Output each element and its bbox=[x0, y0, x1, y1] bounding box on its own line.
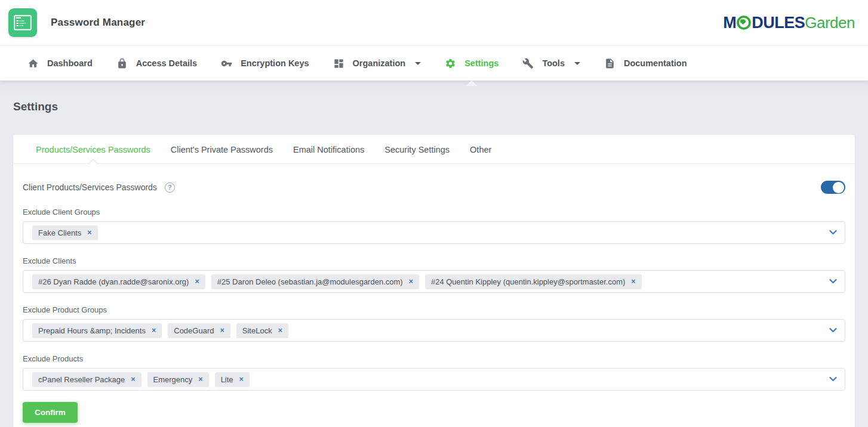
remove-tag-icon[interactable]: × bbox=[278, 327, 282, 335]
tag-label: #26 Dyan Radde (dyan.radde@saronix.org) bbox=[38, 277, 189, 286]
remove-tag-icon[interactable]: × bbox=[220, 327, 224, 335]
nav-item-organization[interactable]: Organization bbox=[321, 46, 433, 81]
password-manager-logo-icon bbox=[8, 8, 37, 37]
nav-label: Dashboard bbox=[47, 58, 93, 68]
nav-label: Encryption Keys bbox=[241, 58, 309, 68]
chevron-down-icon bbox=[829, 328, 837, 333]
exclude-product-groups-group: Exclude Product Groups Prepaid Hours &am… bbox=[23, 305, 845, 342]
brand-text-garden: Garden bbox=[805, 15, 855, 30]
nav-label: Documentation bbox=[624, 58, 687, 68]
tag-item: #25 Daron Deleo (sebastian.ja@modulesgar… bbox=[211, 274, 419, 289]
tab-clients-private-passwords[interactable]: Client's Private Passwords bbox=[161, 135, 283, 163]
remove-tag-icon[interactable]: × bbox=[239, 376, 244, 383]
nav-label: Settings bbox=[464, 58, 498, 68]
remove-tag-icon[interactable]: × bbox=[195, 278, 199, 286]
gear-icon bbox=[445, 58, 456, 69]
nav-item-documentation[interactable]: Documentation bbox=[592, 46, 699, 81]
field-label: Exclude Products bbox=[23, 354, 845, 363]
remove-tag-icon[interactable]: × bbox=[409, 278, 413, 286]
exclude-clients-select[interactable]: #26 Dyan Radde (dyan.radde@saronix.org) … bbox=[23, 270, 845, 293]
nav-label: Tools bbox=[542, 58, 565, 68]
nav-label: Access Details bbox=[136, 58, 197, 68]
tab-label: Security Settings bbox=[384, 145, 450, 154]
exclude-products-select[interactable]: cPanel Reseller Package × Emergency × Li… bbox=[23, 368, 845, 391]
home-icon bbox=[27, 58, 39, 69]
field-label: Exclude Client Groups bbox=[23, 208, 845, 216]
field-label: Exclude Clients bbox=[23, 256, 845, 265]
tag-item: #26 Dyan Radde (dyan.radde@saronix.org) … bbox=[32, 274, 205, 289]
modulesgarden-logo: M DULES Garden bbox=[723, 15, 855, 31]
dashboard-squares-icon bbox=[333, 58, 344, 69]
app-title: Password Manager bbox=[51, 17, 145, 29]
remove-tag-icon[interactable]: × bbox=[131, 376, 135, 383]
tab-label: Other bbox=[470, 145, 491, 154]
tag-label: Fake Clients bbox=[38, 228, 81, 237]
tag-item: Fake Clients × bbox=[32, 225, 98, 240]
content-area: Settings Products/Services Passwords Cli… bbox=[0, 81, 868, 427]
remove-tag-icon[interactable]: × bbox=[152, 327, 156, 335]
tag-item: #24 Quentin Kippley (quentin.kippley@spo… bbox=[425, 274, 642, 289]
brand-text-dules: DULES bbox=[752, 15, 805, 31]
tab-email-notifications[interactable]: Email Notifications bbox=[283, 135, 374, 163]
key-icon bbox=[221, 58, 232, 69]
brand-text-m: M bbox=[723, 15, 736, 31]
help-icon[interactable]: ? bbox=[165, 182, 175, 193]
app-header: Password Manager M DULES Garden bbox=[0, 0, 868, 46]
tag-label: #24 Quentin Kippley (quentin.kippley@spo… bbox=[431, 277, 625, 286]
wrench-icon bbox=[522, 58, 534, 69]
confirm-button[interactable]: Confirm bbox=[23, 402, 78, 423]
chevron-down-icon bbox=[415, 62, 421, 65]
chevron-down-icon bbox=[829, 279, 837, 284]
tag-item: SiteLock × bbox=[236, 323, 288, 338]
settings-card: Products/Services Passwords Client's Pri… bbox=[13, 135, 855, 427]
client-passwords-toggle-row: Client Products/Services Passwords ? bbox=[23, 176, 845, 195]
exclude-client-groups-group: Exclude Client Groups Fake Clients × bbox=[23, 208, 845, 244]
settings-form: Client Products/Services Passwords ? Exc… bbox=[13, 164, 855, 427]
remove-tag-icon[interactable]: × bbox=[87, 229, 91, 237]
page-title: Settings bbox=[13, 100, 855, 113]
lock-icon bbox=[116, 58, 128, 69]
nav-item-access-details[interactable]: Access Details bbox=[104, 46, 209, 81]
remove-tag-icon[interactable]: × bbox=[631, 278, 635, 286]
tag-item: Prepaid Hours &amp; Incidents × bbox=[32, 323, 162, 338]
chevron-down-icon bbox=[574, 62, 580, 65]
settings-tabs: Products/Services Passwords Client's Pri… bbox=[13, 135, 855, 164]
chevron-down-icon bbox=[829, 377, 837, 382]
exclude-product-groups-select[interactable]: Prepaid Hours &amp; Incidents × CodeGuar… bbox=[23, 319, 845, 342]
exclude-products-group: Exclude Products cPanel Reseller Package… bbox=[23, 354, 845, 391]
tab-label: Client's Private Passwords bbox=[171, 145, 273, 154]
field-label: Exclude Product Groups bbox=[23, 305, 845, 314]
nav-item-tools[interactable]: Tools bbox=[510, 46, 592, 81]
tag-label: Prepaid Hours &amp; Incidents bbox=[38, 326, 146, 335]
exclude-clients-group: Exclude Clients #26 Dyan Radde (dyan.rad… bbox=[23, 256, 845, 293]
remove-tag-icon[interactable]: × bbox=[198, 376, 202, 383]
exclude-client-groups-select[interactable]: Fake Clients × bbox=[23, 221, 845, 244]
chevron-down-icon bbox=[829, 230, 837, 236]
tag-label: SiteLock bbox=[242, 326, 272, 335]
document-icon bbox=[604, 58, 615, 69]
tag-label: #25 Daron Deleo (sebastian.ja@modulesgar… bbox=[217, 277, 403, 286]
client-passwords-toggle[interactable] bbox=[821, 181, 845, 194]
tab-other[interactable]: Other bbox=[460, 135, 501, 163]
tag-label: CodeGuard bbox=[174, 326, 214, 335]
tab-label: Email Notifications bbox=[293, 145, 364, 154]
tag-label: Lite bbox=[221, 375, 233, 384]
tag-item: cPanel Reseller Package × bbox=[32, 372, 141, 387]
nav-item-settings[interactable]: Settings bbox=[433, 46, 510, 81]
tab-security-settings[interactable]: Security Settings bbox=[374, 135, 460, 163]
main-nav: Dashboard Access Details Encryption Keys… bbox=[0, 46, 868, 81]
tag-item: Lite × bbox=[215, 372, 250, 387]
tag-item: Emergency × bbox=[147, 372, 209, 387]
tag-label: Emergency bbox=[153, 375, 193, 384]
tab-label: Products/Services Passwords bbox=[36, 145, 150, 154]
nav-item-dashboard[interactable]: Dashboard bbox=[16, 46, 104, 81]
toggle-knob bbox=[833, 182, 844, 193]
tab-products-services-passwords[interactable]: Products/Services Passwords bbox=[26, 135, 161, 163]
tag-label: cPanel Reseller Package bbox=[38, 375, 125, 384]
tag-item: CodeGuard × bbox=[168, 323, 230, 338]
nav-label: Organization bbox=[353, 58, 406, 68]
brand-globe-icon bbox=[737, 16, 751, 30]
toggle-row-label: Client Products/Services Passwords bbox=[23, 182, 157, 192]
nav-item-encryption-keys[interactable]: Encryption Keys bbox=[209, 46, 321, 81]
